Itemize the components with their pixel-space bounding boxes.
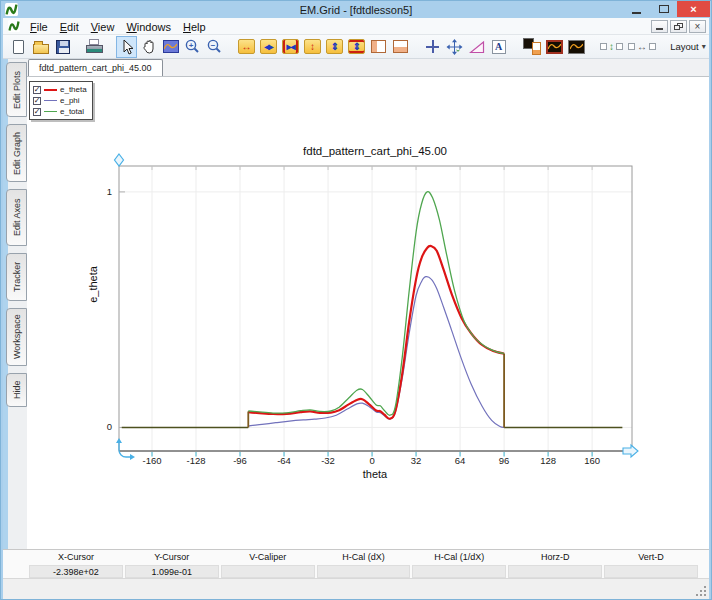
status-label-h-cal-1-dx-: H-Cal (1/dX) [411, 552, 507, 564]
menu-edit[interactable]: Edit [54, 21, 85, 33]
save-icon[interactable] [52, 36, 73, 58]
resize-grip[interactable] [695, 585, 706, 596]
menu-help[interactable]: Help [177, 21, 212, 33]
plot-area: -160-128-96-64-32032649612816001 fdtd_pa… [27, 77, 709, 549]
tab-fdtd-pattern[interactable]: fdtd_pattern_cart_phi_45.00 [28, 59, 163, 76]
zoom-out-icon[interactable]: − [204, 36, 225, 58]
shrink-width-icon[interactable]: ◂▸ [258, 36, 279, 58]
expand-height-icon[interactable]: ↕ [302, 36, 323, 58]
svg-text:1: 1 [107, 186, 112, 197]
svg-text:−: − [211, 41, 216, 50]
plot-dark-red-icon[interactable] [544, 36, 565, 58]
status-label-x-cursor: X-Cursor [28, 552, 124, 564]
sidebar: Edit PlotsEdit GraphEdit AxesTrackerWork… [3, 59, 27, 549]
sidebar-tab-tracker[interactable]: Tracker [6, 253, 27, 301]
legend-label: e_theta [60, 85, 87, 94]
legend-line-sample [44, 111, 57, 112]
plot-legend: ✓e_theta✓e_phi✓e_total [29, 81, 93, 120]
sidebar-tab-edit-plots[interactable]: Edit Plots [6, 62, 27, 117]
sidebar-tab-hide[interactable]: Hide [6, 373, 27, 407]
svg-text:0: 0 [369, 455, 374, 466]
split-columns-icon[interactable] [368, 36, 389, 58]
minimize-button[interactable] [623, 1, 650, 17]
shrink-height-icon[interactable]: ⇕ [324, 36, 345, 58]
expand-width-icon[interactable]: ↔ [236, 36, 257, 58]
plot-handle-top-left[interactable] [115, 154, 124, 166]
legend-checkbox-e_phi[interactable]: ✓ [33, 97, 41, 105]
svg-text:+: + [189, 41, 194, 50]
svg-text:64: 64 [455, 455, 466, 466]
vertical-spacing-icon[interactable]: ↕ [598, 36, 625, 58]
legend-line-sample [44, 100, 57, 101]
pan-hand-icon[interactable] [138, 36, 159, 58]
fit-width-icon[interactable]: ▸◂ [280, 36, 301, 58]
zoom-window-icon[interactable] [160, 36, 181, 58]
menu-file[interactable]: File [24, 21, 54, 33]
status-value-v-caliper [221, 565, 315, 578]
legend-item-e_total: ✓e_total [33, 107, 87, 116]
x-axis-label: theta [225, 468, 525, 480]
mdi-close-button[interactable]: × [689, 20, 706, 33]
svg-text:128: 128 [540, 455, 556, 466]
text-tool-icon[interactable]: A [488, 36, 509, 58]
plot-title: fdtd_pattern_cart_phi_45.00 [225, 145, 525, 157]
status-bar: X-CursorY-CursorV-CaliperH-Cal (dX)H-Cal… [3, 549, 709, 578]
svg-text:-128: -128 [187, 455, 206, 466]
horizontal-spacing-icon[interactable]: ↔ [626, 36, 658, 58]
status-value-y-cursor: 1.099e-01 [125, 565, 219, 578]
app-window: EM.Grid - [fdtdlesson5] × FileEditViewWi… [0, 0, 712, 600]
svg-text:-64: -64 [277, 455, 291, 466]
window-title: EM.Grid - [fdtdlesson5] [1, 4, 711, 16]
fit-height-icon[interactable]: ⇕ [346, 36, 367, 58]
plot-handle-bottom-right[interactable] [623, 445, 638, 457]
toolbar: +−↔◂▸▸◂↕⇕⇕A↕↔Layout▾ [3, 35, 709, 59]
status-label-h-cal-dx-: H-Cal (dX) [316, 552, 412, 564]
print-icon[interactable] [84, 36, 105, 58]
plot-dark-icon[interactable] [566, 36, 587, 58]
copy-plot-icon[interactable] [520, 36, 543, 58]
sidebar-tab-edit-axes[interactable]: Edit Axes [6, 189, 27, 246]
tab-bar: fdtd_pattern_cart_phi_45.00 [27, 59, 709, 77]
close-button[interactable]: × [677, 1, 710, 17]
new-document-icon[interactable] [8, 36, 29, 58]
legend-checkbox-e_total[interactable]: ✓ [33, 108, 41, 116]
svg-text:-32: -32 [321, 455, 335, 466]
status-label-y-cursor: Y-Cursor [124, 552, 220, 564]
split-rows-icon[interactable] [390, 36, 411, 58]
legend-item-e_theta: ✓e_theta [33, 85, 87, 94]
series-e_total-curve [248, 192, 504, 416]
status-value-x-cursor: -2.398e+02 [29, 565, 123, 578]
svg-text:-96: -96 [233, 455, 247, 466]
chevron-down-icon: ▾ [702, 42, 706, 51]
menu-view[interactable]: View [85, 21, 121, 33]
svg-text:32: 32 [411, 455, 422, 466]
svg-text:96: 96 [499, 455, 510, 466]
menu-windows[interactable]: Windows [120, 21, 177, 33]
status-label-vert-d: Vert-D [603, 552, 699, 564]
pointer-tool-icon[interactable] [116, 36, 137, 58]
maximize-button[interactable] [650, 1, 677, 17]
legend-label: e_total [60, 107, 84, 116]
mdi-minimize-button[interactable] [651, 20, 668, 33]
status-value-horz-d [508, 565, 602, 578]
sidebar-tab-edit-graph[interactable]: Edit Graph [6, 124, 27, 182]
series-e_theta-curve [248, 246, 504, 419]
zoom-in-icon[interactable]: + [182, 36, 203, 58]
legend-checkbox-e_theta[interactable]: ✓ [33, 86, 41, 94]
pattern-step-lines [248, 353, 504, 427]
mdi-restore-button[interactable] [670, 20, 687, 33]
sidebar-tab-workspace[interactable]: Workspace [6, 308, 27, 366]
svg-text:-160: -160 [143, 455, 162, 466]
plot-handle-bottom-left[interactable] [119, 441, 131, 457]
bottom-strip [3, 578, 709, 599]
layout-label: Layout [670, 41, 699, 52]
layout-button[interactable]: Layout▾ [669, 36, 704, 58]
crosshair-icon[interactable] [422, 36, 443, 58]
status-label-v-caliper: V-Caliper [220, 552, 316, 564]
svg-text:0: 0 [107, 421, 112, 432]
legend-item-e_phi: ✓e_phi [33, 96, 87, 105]
angle-tool-icon[interactable] [466, 36, 487, 58]
menu-bar: FileEditViewWindowsHelp × [3, 18, 709, 35]
axes-tool-icon[interactable] [444, 36, 465, 58]
open-icon[interactable] [30, 36, 51, 58]
